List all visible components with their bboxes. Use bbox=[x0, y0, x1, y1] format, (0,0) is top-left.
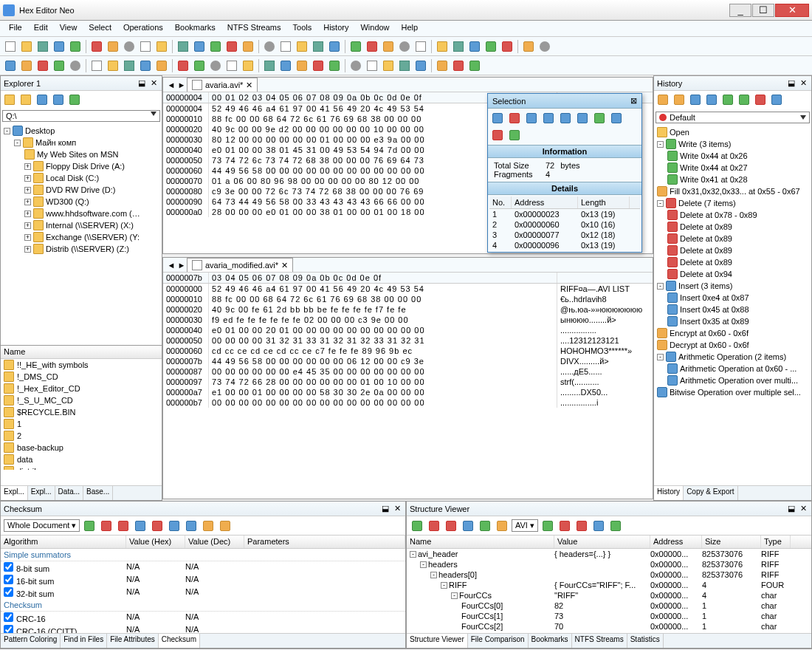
hex-row[interactable]: 0000000052 49 46 46 a4 61 97 00 41 56 49… bbox=[163, 284, 653, 294]
expand-toggle[interactable]: + bbox=[24, 222, 31, 229]
explorer-tab[interactable]: Base... bbox=[83, 486, 113, 500]
expand-toggle[interactable]: - bbox=[657, 354, 664, 360]
close-icon[interactable]: ✕ bbox=[798, 504, 808, 514]
toolbar-button-7[interactable] bbox=[122, 39, 137, 54]
toolbar-button-14[interactable] bbox=[241, 58, 255, 73]
selection-tool-8[interactable] bbox=[490, 128, 505, 143]
col-address[interactable]: Address bbox=[512, 196, 578, 208]
selection-tool-3[interactable] bbox=[541, 111, 556, 126]
tree-item[interactable]: +Internal (\\SERVER) (X:) bbox=[4, 219, 159, 231]
structure-tool-4[interactable] bbox=[608, 519, 623, 533]
list-item[interactable]: !!_HE_with symbols bbox=[1, 359, 162, 371]
explorer-tool-2[interactable] bbox=[35, 92, 49, 107]
expand-toggle[interactable]: - bbox=[451, 592, 458, 599]
toolbar-button-20[interactable] bbox=[348, 39, 363, 54]
history-tool-3[interactable] bbox=[704, 92, 719, 107]
col-length[interactable]: Length bbox=[578, 196, 630, 208]
history-tool-6[interactable] bbox=[753, 92, 768, 107]
list-item[interactable]: data bbox=[1, 454, 162, 465]
toolbar-button-0[interactable] bbox=[3, 58, 18, 73]
history-item[interactable]: -Write (3 items) bbox=[657, 138, 808, 150]
selection-tool-6[interactable] bbox=[592, 111, 607, 126]
selection-tool-4[interactable] bbox=[558, 111, 573, 126]
toolbar-button-5[interactable] bbox=[89, 58, 104, 73]
checksum-row[interactable]: 32-bit sumN/AN/A bbox=[1, 586, 405, 599]
hex-data-cell[interactable]: 00 00 00 00 00 00 00 00 00 00 00 00 00 0… bbox=[209, 397, 557, 408]
pin-icon[interactable]: ⬓ bbox=[137, 78, 147, 89]
structure-tool-1[interactable] bbox=[427, 519, 441, 533]
history-default-selector[interactable]: Default bbox=[656, 112, 810, 123]
nav-next-icon[interactable]: ► bbox=[176, 261, 187, 270]
history-tab[interactable]: Copy & Export bbox=[684, 486, 737, 500]
minimize-button[interactable]: _ bbox=[729, 4, 751, 17]
tree-item[interactable]: +Distrib (\\SERVER) (Z:) bbox=[4, 243, 159, 255]
toolbar-button-16[interactable] bbox=[278, 58, 293, 73]
history-item[interactable]: Arithmetic Operation at 0x60 - ... bbox=[657, 363, 808, 374]
expand-toggle[interactable]: + bbox=[24, 187, 31, 194]
col-value-dec[interactable]: Value (Dec) bbox=[185, 536, 244, 548]
history-tool-7[interactable] bbox=[769, 92, 784, 107]
hex-data-cell[interactable]: 88 fc 00 00 68 64 72 6c 61 76 69 68 38 0… bbox=[209, 294, 557, 304]
selection-row[interactable]: 10x000000230x13 (19) bbox=[489, 209, 640, 219]
list-item[interactable]: !_DMS_CD bbox=[1, 371, 162, 383]
expand-toggle[interactable]: + bbox=[24, 211, 31, 217]
toolbar-button-5[interactable] bbox=[89, 39, 104, 54]
checksum-tool-4[interactable] bbox=[150, 519, 165, 533]
expand-toggle[interactable]: - bbox=[410, 551, 416, 558]
hex-data-cell[interactable]: 52 49 46 46 a4 61 97 00 41 56 49 20 4c 4… bbox=[209, 284, 557, 294]
tree-item[interactable]: -Майн комп bbox=[4, 137, 159, 148]
toolbar-button-30[interactable] bbox=[521, 39, 536, 54]
history-item[interactable]: Delete at 0x89 bbox=[657, 221, 808, 233]
checksum-row[interactable]: 16-bit sumN/AN/A bbox=[1, 574, 405, 586]
structure-row[interactable]: -headers[0]0x00000...825373076RIFF bbox=[407, 569, 811, 580]
menu-select[interactable]: Select bbox=[83, 21, 117, 36]
structure-row[interactable]: -avi_header{ headers={...} }0x00000...82… bbox=[407, 549, 811, 559]
toolbar-button-27[interactable] bbox=[467, 39, 482, 54]
toolbar-button-1[interactable] bbox=[19, 58, 34, 73]
pin-icon[interactable]: ⬓ bbox=[380, 504, 390, 514]
toolbar-button-8[interactable] bbox=[138, 39, 153, 54]
tree-item[interactable]: My Web Sites on MSN bbox=[4, 148, 159, 160]
structure-tool-0[interactable] bbox=[410, 519, 424, 533]
expand-toggle[interactable]: + bbox=[24, 234, 31, 241]
history-item[interactable]: Insert 0x35 at 0x89 bbox=[657, 315, 808, 327]
hex-data-cell[interactable]: 00 00 00 00 00 00 e4 45 35 00 00 00 00 0… bbox=[209, 366, 557, 377]
selection-tool-7[interactable] bbox=[609, 111, 624, 126]
structure-tool-5[interactable] bbox=[495, 519, 509, 533]
structure-row[interactable]: FourCCs[2]700x00000...1char bbox=[407, 621, 811, 632]
col-value[interactable]: Value bbox=[554, 536, 650, 548]
history-item[interactable]: Arithmetic Operation over multi... bbox=[657, 374, 808, 386]
menu-ntfs-streams[interactable]: NTFS Streams bbox=[221, 21, 287, 36]
structure-row[interactable]: FourCCs[0]820x00000...1char bbox=[407, 601, 811, 611]
explorer-tool-0[interactable] bbox=[2, 92, 17, 107]
tab-close-icon[interactable]: ✕ bbox=[246, 81, 252, 90]
checksum-tool-2[interactable] bbox=[116, 519, 131, 533]
expand-toggle[interactable]: + bbox=[24, 175, 31, 182]
hex-row[interactable]: 0000002040 9c 00 fe 61 2d bb bb be fe fe… bbox=[163, 304, 653, 315]
toolbar-button-17[interactable] bbox=[295, 39, 309, 54]
nav-next-icon[interactable]: ► bbox=[176, 81, 187, 89]
expand-toggle[interactable]: - bbox=[420, 561, 427, 568]
col-no[interactable]: No. bbox=[489, 196, 512, 208]
algorithm-checkbox[interactable] bbox=[4, 612, 13, 622]
toolbar-button-2[interactable] bbox=[35, 58, 50, 73]
history-item[interactable]: Delete at 0x89 bbox=[657, 244, 808, 256]
list-item[interactable]: 1 bbox=[1, 418, 162, 430]
checksum-tool-7[interactable] bbox=[201, 519, 216, 533]
hex-row[interactable]: 00000060cd cc ce cd ce cd cc ce c7 fe fe… bbox=[163, 346, 653, 356]
toolbar-button-16[interactable] bbox=[278, 39, 293, 54]
bottom-tab[interactable]: NTFS Streams bbox=[572, 634, 627, 648]
toolbar-button-4[interactable] bbox=[68, 58, 83, 73]
menu-view[interactable]: View bbox=[54, 21, 83, 36]
history-tool-1[interactable] bbox=[672, 92, 687, 107]
tree-item[interactable]: +Floppy Disk Drive (A:) bbox=[4, 160, 159, 172]
explorer-tab[interactable]: Expl... bbox=[1, 486, 28, 500]
history-tool-5[interactable] bbox=[737, 92, 751, 107]
col-algorithm[interactable]: Algorithm bbox=[1, 536, 126, 548]
history-item[interactable]: Encrypt at 0x60 - 0x6f bbox=[657, 327, 808, 339]
hex-row[interactable]: 00000040e0 01 00 00 20 01 00 00 00 00 00… bbox=[163, 325, 653, 335]
toolbar-button-11[interactable] bbox=[192, 58, 207, 73]
toolbar-button-25[interactable] bbox=[435, 39, 450, 54]
toolbar-button-31[interactable] bbox=[537, 39, 552, 54]
tab-close-icon[interactable]: ✕ bbox=[281, 261, 288, 270]
